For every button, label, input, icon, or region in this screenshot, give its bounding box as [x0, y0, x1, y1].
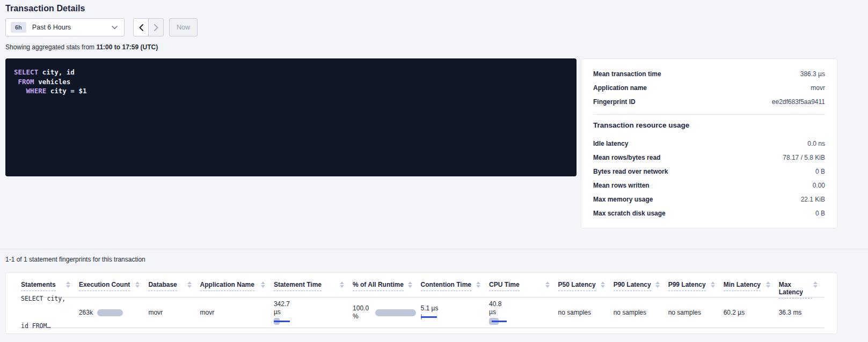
cell-application-name: movr	[198, 309, 272, 316]
column-header-contention-time[interactable]: Contention Time	[419, 281, 487, 291]
sql-line: SELECT city, id	[14, 68, 568, 77]
column-header-label: Min Latency	[724, 281, 761, 291]
sort-icon[interactable]	[813, 281, 818, 288]
sort-icon[interactable]	[261, 281, 265, 288]
column-header-database[interactable]: Database	[146, 281, 198, 291]
cell-p50-latency: no samples	[556, 309, 611, 316]
cell-p99-latency: no samples	[666, 309, 721, 316]
statements-count-caption: 1-1 of 1 statement fingerprints for this…	[5, 256, 837, 263]
chevron-right-icon	[154, 24, 158, 31]
column-header-label: P90 Latency	[614, 281, 651, 291]
aggregated-stats-caption: Showing aggregated stats from 11:00 to 1…	[5, 43, 837, 51]
summary-value: 386.3 µs	[800, 70, 825, 78]
column-header-label: P50 Latency	[558, 281, 596, 291]
column-header-label: CPU Time	[489, 281, 519, 291]
sort-icon[interactable]	[408, 281, 412, 288]
statements-table-card: StatementsExecution CountDatabaseApplica…	[5, 272, 837, 334]
transaction-overview: SELECT city, id FROM vehicles WHERE city…	[5, 58, 837, 228]
resource-usage-rows: Idle latency0.0 nsMean rows/bytes read78…	[593, 137, 825, 220]
sort-icon[interactable]	[476, 281, 480, 288]
summary-row-application-name: Application namemovr	[593, 81, 825, 95]
summary-value: 0 B	[815, 168, 825, 175]
cell-p90-latency: no samples	[611, 309, 666, 316]
resource-row-max-memory-usage: Max memory usage22.1 KiB	[593, 192, 825, 206]
summary-value: 0 B	[815, 210, 825, 217]
column-header-execution-count[interactable]: Execution Count	[77, 281, 146, 291]
sort-icon[interactable]	[601, 281, 605, 288]
sql-line: FROM vehicles	[14, 77, 568, 87]
summary-label: Application name	[593, 84, 647, 92]
resource-usage-title: Transaction resource usage	[593, 121, 825, 129]
column-header-label: Statements	[21, 281, 56, 291]
cpu-time-unit: µs	[489, 308, 556, 316]
transaction-details-page: Transaction Details 6h Past 6 Hours Now …	[5, 0, 837, 334]
column-header-p90-latency[interactable]: P90 Latency	[611, 281, 666, 291]
sort-icon[interactable]	[545, 281, 550, 288]
execution-count-bar	[97, 309, 123, 316]
summary-label: Mean transaction time	[593, 70, 661, 78]
column-header-statements[interactable]: Statements	[19, 281, 77, 291]
sort-icon[interactable]	[340, 281, 344, 288]
cell-contention-time: 5.1 µs	[419, 304, 487, 321]
sort-icon[interactable]	[655, 281, 660, 288]
sql-statement-box: SELECT city, id FROM vehicles WHERE city…	[5, 58, 577, 176]
resource-row-idle-latency: Idle latency0.0 ns	[593, 137, 825, 151]
cpu-time-value: 40.8	[489, 300, 556, 308]
summary-value: 0.0 ns	[807, 140, 825, 147]
column-header-label: Statement Time	[274, 281, 322, 291]
sort-icon[interactable]	[135, 281, 140, 288]
table-row[interactable]: SELECT city, id FROM… 263k movr movr 342…	[19, 298, 824, 328]
stats-caption-range: 11:00 to 17:59 (UTC)	[96, 43, 158, 51]
column-header-p50-latency[interactable]: P50 Latency	[556, 281, 611, 291]
cell-execution-count: 263k	[77, 309, 146, 316]
contention-time-bar	[421, 314, 453, 321]
sort-icon[interactable]	[766, 281, 770, 288]
previous-time-button[interactable]	[133, 18, 149, 36]
column-header-label: % of All Runtime	[353, 281, 404, 291]
column-header-label: Contention Time	[421, 281, 471, 291]
column-header-of-all-runtime[interactable]: % of All Runtime	[351, 281, 419, 291]
now-button[interactable]: Now	[169, 18, 198, 36]
column-header-max-latency[interactable]: Max Latency	[777, 281, 824, 299]
statement-time-value: 342.7	[274, 300, 351, 308]
runtime-percent-unit: %	[353, 313, 369, 321]
summary-row-fingerprint-id: Fingerprint IDee2df683f5aa9411	[593, 95, 825, 109]
sort-icon[interactable]	[187, 281, 192, 288]
next-time-button[interactable]	[148, 18, 164, 36]
time-range-dropdown[interactable]: 6h Past 6 Hours	[5, 18, 125, 36]
transaction-summary-panel: Mean transaction time386.3 µsApplication…	[581, 58, 837, 228]
resource-row-max-scratch-disk-usage: Max scratch disk usage0 B	[593, 206, 825, 220]
chevron-down-icon	[112, 26, 118, 29]
cell-database: movr	[146, 309, 198, 316]
sort-icon[interactable]	[66, 281, 70, 288]
sql-code: SELECT city, id FROM vehicles WHERE city…	[14, 68, 568, 96]
cpu-time-bar	[489, 318, 521, 325]
chevron-left-icon	[139, 24, 143, 31]
summary-label: Max scratch disk usage	[593, 210, 666, 217]
summary-label: Bytes read over network	[593, 168, 668, 175]
summary-value: 22.1 KiB	[801, 196, 825, 203]
statements-table-header: StatementsExecution CountDatabaseApplica…	[19, 273, 824, 298]
column-header-label: Application Name	[200, 281, 254, 291]
resource-row-mean-rows-bytes-read: Mean rows/bytes read78.17 / 5.8 KiB	[593, 151, 825, 165]
stats-caption-prefix: Showing aggregated stats from	[5, 43, 96, 51]
column-header-application-name[interactable]: Application Name	[198, 281, 272, 291]
panel-divider	[593, 114, 825, 115]
time-controls: 6h Past 6 Hours Now	[5, 18, 837, 36]
time-nav-group	[133, 18, 164, 36]
time-range-badge: 6h	[11, 22, 26, 33]
summary-info-rows: Mean transaction time386.3 µsApplication…	[593, 67, 825, 109]
summary-label: Fingerprint ID	[593, 98, 636, 106]
statement-time-unit: µs	[274, 308, 351, 316]
sort-icon[interactable]	[711, 281, 715, 288]
column-header-cpu-time[interactable]: CPU Time	[487, 281, 556, 291]
column-header-label: P99 Latency	[668, 281, 706, 291]
runtime-percent-bar	[375, 309, 416, 316]
column-header-label: Max Latency	[779, 281, 812, 299]
execution-count-value: 263k	[79, 309, 93, 316]
column-header-statement-time[interactable]: Statement Time	[272, 281, 351, 291]
sql-line: WHERE city = $1	[14, 86, 568, 96]
column-header-p99-latency[interactable]: P99 Latency	[666, 281, 721, 291]
column-header-min-latency[interactable]: Min Latency	[721, 281, 777, 291]
column-header-label: Database	[148, 281, 177, 291]
